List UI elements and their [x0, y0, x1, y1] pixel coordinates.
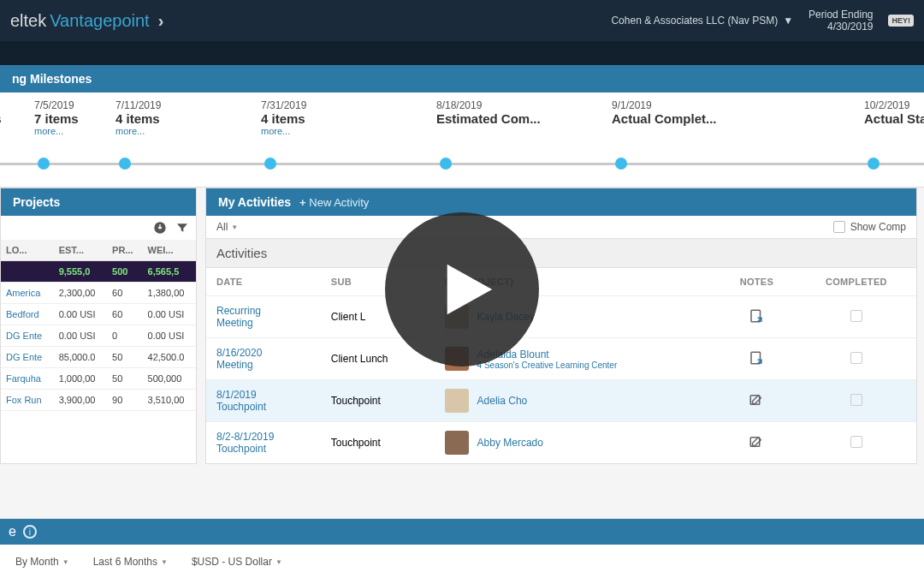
- project-name-link[interactable]: America: [1, 283, 54, 304]
- project-name-link[interactable]: DG Ente: [1, 347, 54, 368]
- timeline-line: [0, 163, 924, 165]
- milestone-label: Estimated Com...: [436, 111, 548, 126]
- milestone-node[interactable]: 9/1/2019Actual Complet...: [612, 99, 723, 126]
- hey-badge[interactable]: HEY!: [888, 15, 914, 27]
- completed-checkbox[interactable]: [850, 310, 862, 322]
- milestones-timeline[interactable]: 19ms…7/5/20197 itemsmore...7/11/20194 it…: [0, 92, 924, 187]
- play-icon: [437, 259, 497, 319]
- bottom-filter[interactable]: $USD - US Dollar▼: [192, 556, 282, 568]
- caret-down-icon: ▼: [783, 15, 793, 27]
- milestone-dot[interactable]: [868, 158, 880, 170]
- plus-icon: +: [299, 196, 306, 209]
- avatar: [445, 431, 469, 455]
- milestone-more-link[interactable]: more...: [261, 126, 372, 136]
- contact-name-link[interactable]: Adelia Cho: [477, 395, 528, 407]
- show-completed-checkbox[interactable]: [833, 221, 845, 233]
- milestones-header: ng Milestones: [0, 65, 924, 92]
- table-row[interactable]: 8/16/2020MeetingClient LunchAdelaida Blo…: [206, 338, 916, 380]
- table-row[interactable]: Bedford0.00 USI600.00 USI: [1, 304, 196, 325]
- notes-icon[interactable]: [749, 398, 764, 410]
- completed-checkbox[interactable]: [850, 436, 862, 448]
- col-completed[interactable]: COMPLETED: [797, 268, 916, 296]
- brand[interactable]: eltek Vantagepoint ›: [10, 11, 163, 31]
- brand-prefix: eltek: [10, 11, 46, 31]
- activity-date-link[interactable]: 8/16/2020Meeting: [216, 347, 262, 371]
- table-row[interactable]: RecurringMeetingClient LKayla Dacey: [206, 296, 916, 338]
- projects-column[interactable]: PR...: [107, 240, 142, 261]
- new-activity-button[interactable]: + New Activity: [299, 196, 369, 209]
- milestone-more-link[interactable]: more...: [116, 126, 227, 136]
- activities-panel: My Activities + New Activity All ▼ Show …: [205, 188, 917, 464]
- milestone-dot[interactable]: [264, 158, 276, 170]
- play-button[interactable]: [385, 212, 539, 366]
- projects-column[interactable]: WEI...: [143, 240, 196, 261]
- company-selector[interactable]: Cohen & Associates LLC (Nav PSM) ▼: [611, 15, 793, 27]
- activities-title: My Activities: [218, 195, 291, 209]
- projects-column[interactable]: EST...: [54, 240, 107, 261]
- project-name-link[interactable]: Fox Run: [1, 390, 54, 411]
- download-icon[interactable]: [153, 221, 167, 235]
- milestone-node[interactable]: 7/31/20194 itemsmore...: [261, 99, 372, 136]
- avatar: [445, 389, 469, 413]
- projects-tools: [1, 216, 196, 240]
- activities-filter-all[interactable]: All ▼: [216, 221, 238, 233]
- period-ending[interactable]: Period Ending 4/30/2019: [808, 9, 873, 33]
- activity-subject: Touchpoint: [321, 422, 435, 464]
- bottom-header: e i: [0, 519, 924, 545]
- projects-title: Projects: [13, 195, 60, 209]
- activity-contact[interactable]: Adelia Cho: [445, 389, 707, 413]
- bottom-filters: By Month▼Last 6 Months▼$USD - US Dollar▼: [0, 545, 924, 578]
- activity-subject: Touchpoint: [321, 380, 435, 422]
- show-completed-label: Show Comp: [850, 221, 906, 233]
- filter-icon[interactable]: [175, 221, 189, 235]
- chevron-right-icon: ›: [158, 11, 164, 31]
- project-name-link[interactable]: Bedford: [1, 304, 54, 325]
- table-row[interactable]: DG Ente0.00 USI00.00 USI: [1, 325, 196, 347]
- period-label: Period Ending: [808, 9, 873, 21]
- table-row[interactable]: Farquha1,000,0050500,000: [1, 368, 196, 390]
- bottom-char: e: [9, 524, 16, 539]
- col-notes[interactable]: NOTES: [717, 268, 797, 296]
- projects-header: Projects: [1, 188, 196, 216]
- milestones-title: ng Milestones: [12, 72, 92, 86]
- contact-project-link[interactable]: 4 Season's Creative Learning Center: [477, 361, 618, 370]
- notes-icon[interactable]: [749, 314, 764, 326]
- table-row[interactable]: America2,300,00601,380,00: [1, 283, 196, 304]
- milestone-dot[interactable]: [615, 158, 627, 170]
- notes-icon[interactable]: [749, 356, 764, 368]
- project-name-link[interactable]: Farquha: [1, 368, 54, 390]
- milestone-node[interactable]: 8/18/2019Estimated Com...: [436, 99, 548, 126]
- bottom-filter[interactable]: Last 6 Months▼: [93, 556, 168, 568]
- completed-checkbox[interactable]: [850, 394, 862, 406]
- milestone-node[interactable]: 10/2/2019Actual Sta: [864, 99, 924, 126]
- activity-date-link[interactable]: 8/2-8/1/2019Touchpoint: [216, 431, 274, 455]
- activity-date-link[interactable]: RecurringMeeting: [216, 305, 261, 329]
- completed-checkbox[interactable]: [850, 352, 862, 364]
- table-row[interactable]: Fox Run3,900,00903,510,00: [1, 390, 196, 411]
- projects-column[interactable]: LO...: [1, 240, 54, 261]
- notes-icon[interactable]: [749, 440, 764, 452]
- contact-name-link[interactable]: Abby Mercado: [477, 437, 543, 449]
- activity-contact[interactable]: Abby Mercado: [445, 431, 707, 455]
- period-date: 4/30/2019: [808, 21, 873, 33]
- activities-table: DATE SUB CT (PROJECT) NOTES COMPLETED Re…: [206, 268, 916, 463]
- table-row[interactable]: DG Ente85,000.05042,500.0: [1, 347, 196, 368]
- milestones-panel: ng Milestones 19ms…7/5/20197 itemsmore..…: [0, 65, 924, 188]
- table-row[interactable]: 8/1/2019TouchpointTouchpointAdelia Cho: [206, 380, 916, 422]
- milestone-dot[interactable]: [38, 158, 50, 170]
- activities-header: My Activities + New Activity: [206, 188, 916, 216]
- milestone-dot[interactable]: [119, 158, 131, 170]
- activity-date-link[interactable]: 8/1/2019Touchpoint: [216, 389, 266, 413]
- milestone-date: 7/11/2019: [116, 99, 227, 111]
- project-name-link[interactable]: DG Ente: [1, 325, 54, 347]
- table-row[interactable]: 8/2-8/1/2019TouchpointTouchpointAbby Mer…: [206, 422, 916, 464]
- bottom-filter[interactable]: By Month▼: [15, 556, 69, 568]
- milestone-node[interactable]: 7/11/20194 itemsmore...: [116, 99, 227, 136]
- milestone-dot[interactable]: [440, 158, 452, 170]
- milestone-label: Actual Sta: [864, 111, 924, 126]
- caret-down-icon: ▼: [62, 558, 69, 566]
- col-date[interactable]: DATE: [206, 268, 321, 296]
- milestone-date: 8/18/2019: [436, 99, 548, 111]
- info-icon[interactable]: i: [23, 525, 37, 539]
- activities-toolbar: All ▼ Show Comp: [206, 216, 916, 238]
